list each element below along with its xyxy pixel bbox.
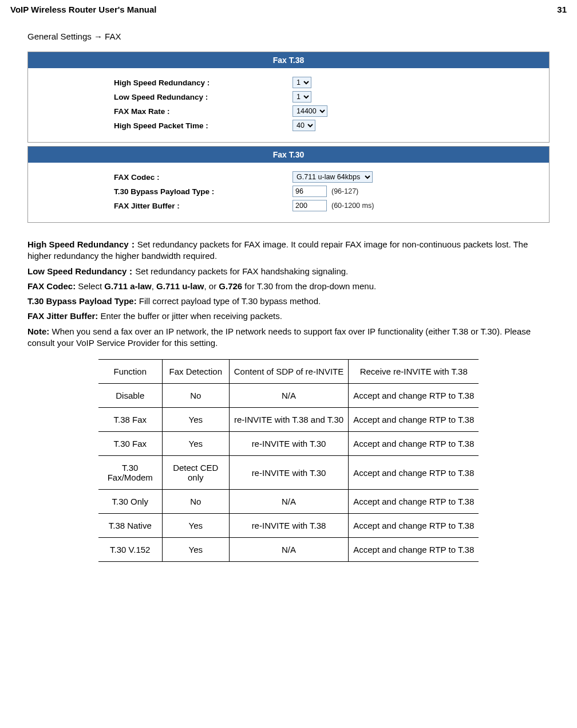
t30-payload-desc: Fill correct payload type of T.30 bypass… bbox=[139, 296, 321, 306]
fax-max-rate-label: FAX Max Rate : bbox=[114, 107, 293, 116]
th-sdp-content: Content of SDP of re-INVITE bbox=[229, 360, 348, 384]
th-fax-detection: Fax Detection bbox=[162, 360, 229, 384]
fax-jitter-desc: Enter the buffer or jitter when receivin… bbox=[101, 311, 282, 321]
fax-t38-panel: Fax T.38 High Speed Redundancy : 1 Low S… bbox=[27, 52, 550, 143]
fax-jitter-input[interactable] bbox=[293, 200, 327, 211]
fax-t30-panel: Fax T.30 FAX Codec : G.711 u-law 64kbps … bbox=[27, 146, 550, 223]
doc-title: VoIP Wireless Router User's Manual bbox=[10, 5, 156, 14]
fax-t30-title: Fax T.30 bbox=[28, 147, 549, 163]
low-speed-redundancy-select[interactable]: 1 bbox=[293, 91, 311, 103]
t30-payload-desc-label: T.30 Bypass Payload Type: bbox=[27, 296, 139, 306]
low-speed-redundancy-label: Low Speed Redundancy : bbox=[114, 93, 293, 101]
high-speed-redundancy-desc-label: High Speed Redundancy： bbox=[27, 239, 137, 249]
high-speed-packet-time-label: High Speed Packet Time : bbox=[114, 121, 293, 130]
fax-codec-select[interactable]: G.711 u-law 64kbps bbox=[293, 171, 373, 183]
fax-codec-desc-label: FAX Codec: bbox=[27, 281, 78, 291]
table-row: T.30 Fax/ModemDetect CED onlyre-INVITE w… bbox=[98, 456, 479, 490]
fax-jitter-label: FAX Jitter Buffer : bbox=[114, 202, 293, 210]
high-speed-redundancy-label: High Speed Redundancy : bbox=[114, 78, 293, 87]
th-receive-reinvite: Receive re-INVITE with T.38 bbox=[349, 360, 479, 384]
table-row: T.30 OnlyNoN/AAccept and change RTP to T… bbox=[98, 490, 479, 514]
table-row: T.38 FaxYesre-INVITE with T.38 and T.30A… bbox=[98, 408, 479, 432]
t30-payload-input[interactable] bbox=[293, 186, 327, 197]
note-label: Note: bbox=[27, 326, 52, 336]
table-row: T.30 V.152YesN/AAccept and change RTP to… bbox=[98, 538, 479, 562]
table-header-row: Function Fax Detection Content of SDP of… bbox=[98, 360, 479, 384]
high-speed-packet-time-select[interactable]: 40 bbox=[293, 120, 315, 131]
table-row: T.30 FaxYesre-INVITE with T.30Accept and… bbox=[98, 432, 479, 456]
note-text: When you send a fax over an IP network, … bbox=[27, 326, 531, 348]
table-row: DisableNoN/AAccept and change RTP to T.3… bbox=[98, 384, 479, 408]
description-block: High Speed Redundancy：Set redundancy pac… bbox=[27, 239, 550, 349]
low-speed-redundancy-desc: Set redundancy packets for FAX handshaki… bbox=[135, 266, 348, 276]
fax-jitter-hint: (60-1200 ms) bbox=[331, 202, 374, 210]
t30-payload-label: T.30 Bypass Payload Type : bbox=[114, 187, 293, 196]
fax-max-rate-select[interactable]: 14400 bbox=[293, 105, 327, 117]
fax-t38-title: Fax T.38 bbox=[28, 52, 549, 68]
low-speed-redundancy-desc-label: Low Speed Redundancy： bbox=[27, 266, 135, 276]
t30-payload-hint: (96-127) bbox=[331, 187, 358, 195]
th-function: Function bbox=[98, 360, 163, 384]
fax-codec-label: FAX Codec : bbox=[114, 173, 293, 182]
fax-function-table: Function Fax Detection Content of SDP of… bbox=[98, 359, 479, 562]
breadcrumb: General Settings → FAX bbox=[27, 25, 550, 52]
fax-jitter-desc-label: FAX Jitter Buffer: bbox=[27, 311, 101, 321]
page-number: 31 bbox=[557, 5, 567, 14]
high-speed-redundancy-select[interactable]: 1 bbox=[293, 77, 311, 88]
table-row: T.38 NativeYesre-INVITE with T.38Accept … bbox=[98, 514, 479, 538]
